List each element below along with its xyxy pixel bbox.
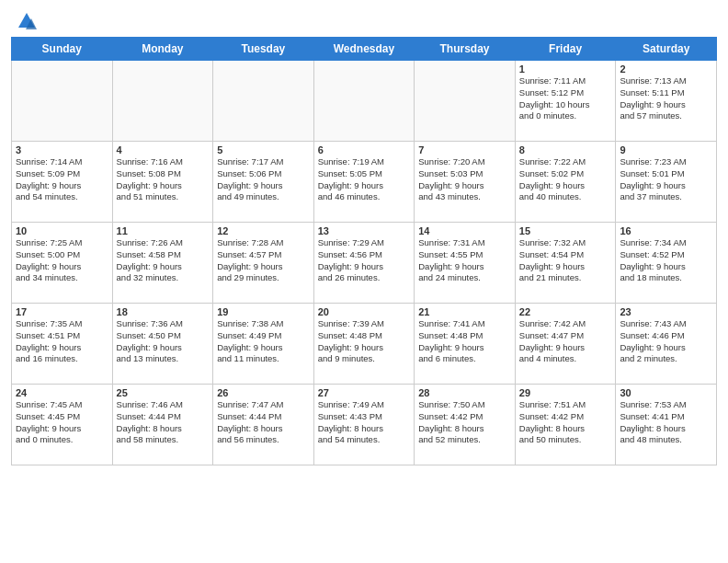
- day-cell-9: 9Sunrise: 7:23 AM Sunset: 5:01 PM Daylig…: [616, 142, 717, 223]
- day-number: 1: [519, 63, 612, 75]
- day-number: 2: [620, 63, 712, 75]
- col-header-tuesday: Tuesday: [213, 38, 314, 61]
- day-info: Sunrise: 7:20 AM Sunset: 5:03 PM Dayligh…: [418, 156, 511, 203]
- day-cell-16: 16Sunrise: 7:34 AM Sunset: 4:52 PM Dayli…: [616, 223, 717, 304]
- day-info: Sunrise: 7:35 AM Sunset: 4:51 PM Dayligh…: [16, 318, 108, 365]
- logo-icon: [17, 11, 37, 31]
- day-number: 19: [217, 306, 310, 317]
- day-cell-empty: [313, 61, 415, 142]
- week-row-3: 10Sunrise: 7:25 AM Sunset: 5:00 PM Dayli…: [12, 223, 717, 304]
- day-number: 6: [318, 144, 411, 155]
- col-header-sunday: Sunday: [12, 38, 113, 61]
- day-cell-27: 27Sunrise: 7:49 AM Sunset: 4:43 PM Dayli…: [313, 385, 415, 465]
- day-cell-10: 10Sunrise: 7:25 AM Sunset: 5:00 PM Dayli…: [12, 223, 113, 304]
- day-cell-empty: [415, 61, 516, 142]
- day-number: 11: [117, 225, 210, 236]
- day-number: 23: [620, 306, 712, 317]
- day-number: 27: [318, 387, 411, 398]
- day-info: Sunrise: 7:29 AM Sunset: 4:56 PM Dayligh…: [318, 237, 411, 284]
- day-info: Sunrise: 7:26 AM Sunset: 4:58 PM Dayligh…: [117, 237, 210, 284]
- day-cell-6: 6Sunrise: 7:19 AM Sunset: 5:05 PM Daylig…: [313, 142, 415, 223]
- day-cell-2: 2Sunrise: 7:13 AM Sunset: 5:11 PM Daylig…: [616, 61, 717, 142]
- day-number: 4: [117, 144, 210, 155]
- day-info: Sunrise: 7:43 AM Sunset: 4:46 PM Dayligh…: [620, 318, 712, 365]
- day-info: Sunrise: 7:23 AM Sunset: 5:01 PM Dayligh…: [620, 156, 712, 203]
- day-number: 3: [16, 144, 108, 155]
- day-cell-25: 25Sunrise: 7:46 AM Sunset: 4:44 PM Dayli…: [112, 385, 213, 465]
- day-info: Sunrise: 7:13 AM Sunset: 5:11 PM Dayligh…: [620, 75, 712, 122]
- day-cell-13: 13Sunrise: 7:29 AM Sunset: 4:56 PM Dayli…: [313, 223, 415, 304]
- day-cell-17: 17Sunrise: 7:35 AM Sunset: 4:51 PM Dayli…: [12, 304, 113, 385]
- day-info: Sunrise: 7:32 AM Sunset: 4:54 PM Dayligh…: [519, 237, 612, 284]
- day-cell-19: 19Sunrise: 7:38 AM Sunset: 4:49 PM Dayli…: [213, 304, 314, 385]
- col-header-friday: Friday: [515, 38, 616, 61]
- day-cell-12: 12Sunrise: 7:28 AM Sunset: 4:57 PM Dayli…: [213, 223, 314, 304]
- day-info: Sunrise: 7:19 AM Sunset: 5:05 PM Dayligh…: [318, 156, 411, 203]
- day-info: Sunrise: 7:49 AM Sunset: 4:43 PM Dayligh…: [318, 399, 411, 446]
- day-number: 28: [418, 387, 511, 398]
- day-cell-7: 7Sunrise: 7:20 AM Sunset: 5:03 PM Daylig…: [415, 142, 516, 223]
- day-info: Sunrise: 7:45 AM Sunset: 4:45 PM Dayligh…: [16, 399, 108, 446]
- week-row-2: 3Sunrise: 7:14 AM Sunset: 5:09 PM Daylig…: [12, 142, 717, 223]
- day-cell-14: 14Sunrise: 7:31 AM Sunset: 4:55 PM Dayli…: [415, 223, 516, 304]
- day-cell-5: 5Sunrise: 7:17 AM Sunset: 5:06 PM Daylig…: [213, 142, 314, 223]
- day-info: Sunrise: 7:16 AM Sunset: 5:08 PM Dayligh…: [117, 156, 210, 203]
- day-info: Sunrise: 7:11 AM Sunset: 5:12 PM Dayligh…: [519, 75, 612, 122]
- day-number: 25: [117, 387, 210, 398]
- day-number: 29: [519, 387, 612, 398]
- day-info: Sunrise: 7:25 AM Sunset: 5:00 PM Dayligh…: [16, 237, 108, 284]
- day-cell-28: 28Sunrise: 7:50 AM Sunset: 4:42 PM Dayli…: [415, 385, 516, 465]
- day-cell-18: 18Sunrise: 7:36 AM Sunset: 4:50 PM Dayli…: [112, 304, 213, 385]
- day-number: 13: [318, 225, 411, 236]
- col-header-thursday: Thursday: [415, 38, 516, 61]
- day-cell-11: 11Sunrise: 7:26 AM Sunset: 4:58 PM Dayli…: [112, 223, 213, 304]
- day-number: 18: [117, 306, 210, 317]
- day-info: Sunrise: 7:28 AM Sunset: 4:57 PM Dayligh…: [217, 237, 310, 284]
- day-number: 20: [318, 306, 411, 317]
- day-info: Sunrise: 7:39 AM Sunset: 4:48 PM Dayligh…: [318, 318, 411, 365]
- column-headers: SundayMondayTuesdayWednesdayThursdayFrid…: [12, 38, 717, 61]
- page: SundayMondayTuesdayWednesdayThursdayFrid…: [0, 0, 728, 563]
- week-row-1: 1Sunrise: 7:11 AM Sunset: 5:12 PM Daylig…: [12, 61, 717, 142]
- col-header-monday: Monday: [112, 38, 213, 61]
- calendar-table: SundayMondayTuesdayWednesdayThursdayFrid…: [11, 37, 717, 465]
- day-info: Sunrise: 7:42 AM Sunset: 4:47 PM Dayligh…: [519, 318, 612, 365]
- day-number: 14: [418, 225, 511, 236]
- day-info: Sunrise: 7:50 AM Sunset: 4:42 PM Dayligh…: [418, 399, 511, 446]
- week-row-5: 24Sunrise: 7:45 AM Sunset: 4:45 PM Dayli…: [12, 385, 717, 465]
- day-number: 8: [519, 144, 612, 155]
- day-cell-8: 8Sunrise: 7:22 AM Sunset: 5:02 PM Daylig…: [515, 142, 616, 223]
- day-number: 5: [217, 144, 310, 155]
- day-info: Sunrise: 7:17 AM Sunset: 5:06 PM Dayligh…: [217, 156, 310, 203]
- day-number: 17: [16, 306, 108, 317]
- day-info: Sunrise: 7:41 AM Sunset: 4:48 PM Dayligh…: [418, 318, 511, 365]
- day-cell-empty: [12, 61, 113, 142]
- day-cell-26: 26Sunrise: 7:47 AM Sunset: 4:44 PM Dayli…: [213, 385, 314, 465]
- day-number: 26: [217, 387, 310, 398]
- day-info: Sunrise: 7:38 AM Sunset: 4:49 PM Dayligh…: [217, 318, 310, 365]
- day-cell-4: 4Sunrise: 7:16 AM Sunset: 5:08 PM Daylig…: [112, 142, 213, 223]
- day-cell-29: 29Sunrise: 7:51 AM Sunset: 4:42 PM Dayli…: [515, 385, 616, 465]
- week-row-4: 17Sunrise: 7:35 AM Sunset: 4:51 PM Dayli…: [12, 304, 717, 385]
- day-cell-empty: [213, 61, 314, 142]
- day-cell-24: 24Sunrise: 7:45 AM Sunset: 4:45 PM Dayli…: [12, 385, 113, 465]
- header: [0, 0, 728, 37]
- day-number: 24: [16, 387, 108, 398]
- day-number: 15: [519, 225, 612, 236]
- day-cell-30: 30Sunrise: 7:53 AM Sunset: 4:41 PM Dayli…: [616, 385, 717, 465]
- day-info: Sunrise: 7:46 AM Sunset: 4:44 PM Dayligh…: [117, 399, 210, 446]
- day-info: Sunrise: 7:22 AM Sunset: 5:02 PM Dayligh…: [519, 156, 612, 203]
- col-header-saturday: Saturday: [616, 38, 717, 61]
- day-number: 7: [418, 144, 511, 155]
- day-number: 16: [620, 225, 712, 236]
- day-info: Sunrise: 7:34 AM Sunset: 4:52 PM Dayligh…: [620, 237, 712, 284]
- day-cell-20: 20Sunrise: 7:39 AM Sunset: 4:48 PM Dayli…: [313, 304, 415, 385]
- day-number: 30: [620, 387, 712, 398]
- day-cell-15: 15Sunrise: 7:32 AM Sunset: 4:54 PM Dayli…: [515, 223, 616, 304]
- day-info: Sunrise: 7:51 AM Sunset: 4:42 PM Dayligh…: [519, 399, 612, 446]
- day-cell-3: 3Sunrise: 7:14 AM Sunset: 5:09 PM Daylig…: [12, 142, 113, 223]
- day-cell-22: 22Sunrise: 7:42 AM Sunset: 4:47 PM Dayli…: [515, 304, 616, 385]
- day-cell-1: 1Sunrise: 7:11 AM Sunset: 5:12 PM Daylig…: [515, 61, 616, 142]
- day-info: Sunrise: 7:47 AM Sunset: 4:44 PM Dayligh…: [217, 399, 310, 446]
- day-info: Sunrise: 7:36 AM Sunset: 4:50 PM Dayligh…: [117, 318, 210, 365]
